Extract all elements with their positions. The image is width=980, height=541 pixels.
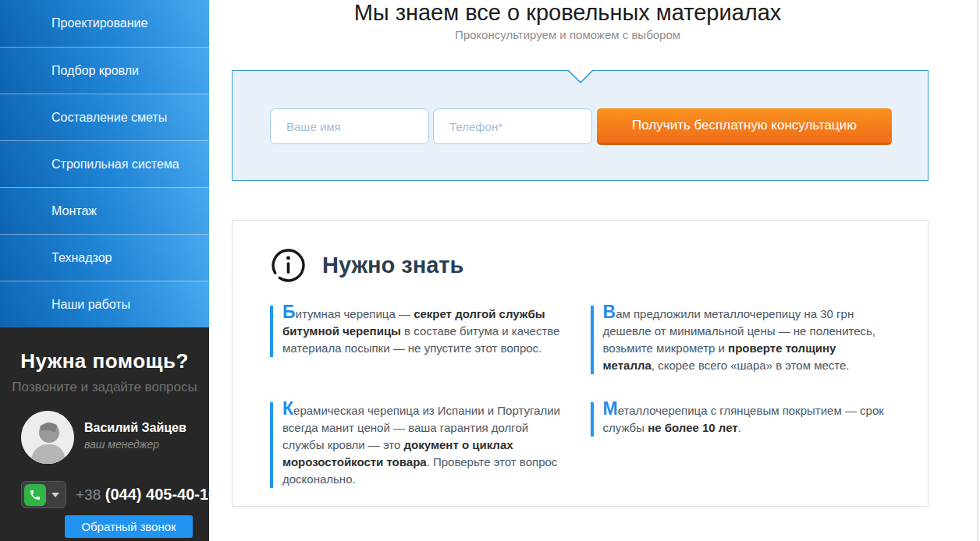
manager-photo <box>21 411 74 464</box>
callback-button[interactable]: Обратный звонок <box>65 515 193 538</box>
help-subtitle: Позвоните и задайте вопросы <box>0 380 209 395</box>
main-content: Мы знаем все о кровельных материалах Про… <box>209 0 978 541</box>
help-title: Нужна помощь? <box>0 349 209 373</box>
info-card: Нужно знать Битумная черепица — секрет д… <box>232 220 929 507</box>
sidebar: Проектирование Подбор кровли Составление… <box>0 0 209 541</box>
menu-item-label: Стропильная система <box>51 157 179 171</box>
form-notch <box>567 70 594 84</box>
info-paragraph: Битумная черепица — секрет долгой службы… <box>270 306 569 357</box>
manager-avatar <box>21 411 74 464</box>
sidebar-item-our-works[interactable]: Наши работы <box>0 281 209 327</box>
phone-icon <box>24 484 46 506</box>
page-title: Мы знаем все о кровельных материалах <box>209 0 926 26</box>
sidebar-item-montage[interactable]: Монтаж <box>0 187 209 234</box>
info-icon <box>270 247 307 284</box>
menu-item-label: Наши работы <box>51 298 130 312</box>
sidebar-item-design[interactable]: Проектирование <box>0 0 209 47</box>
help-panel: Нужна помощь? Позвоните и задайте вопрос… <box>0 327 209 538</box>
phone-digits: (044) 405-40-10 <box>105 486 217 503</box>
phone-input[interactable] <box>433 108 592 144</box>
info-title: Нужно знать <box>322 253 463 278</box>
sidebar-item-roof-selection[interactable]: Подбор кровли <box>0 47 209 94</box>
manager-card: Василий Зайцев ваш менеджер <box>21 411 209 464</box>
info-paragraph: Вам предложили металлочерепицу на 30 грн… <box>591 306 889 374</box>
consultation-form: Получить бесплатную консультацию <box>232 70 929 181</box>
info-paragraph: Керамическая черепица из Испании и Порту… <box>270 402 569 488</box>
menu-item-label: Составление сметы <box>51 111 167 125</box>
name-input[interactable] <box>270 108 429 144</box>
caret-down-icon <box>51 493 59 497</box>
menu-item-label: Монтаж <box>51 204 97 218</box>
info-header: Нужно знать <box>270 247 928 284</box>
menu-item-label: Технадзор <box>51 251 112 265</box>
info-paragraph: Металлочерепица с глянцевым покрытием — … <box>591 402 889 437</box>
page-subtitle: Проконсультируем и поможем с выбором <box>209 28 926 41</box>
info-grid: Битумная черепица — секрет долгой службы… <box>270 306 889 488</box>
main-menu: Проектирование Подбор кровли Составление… <box>0 0 209 327</box>
menu-item-label: Проектирование <box>51 16 147 30</box>
get-consultation-button[interactable]: Получить бесплатную консультацию <box>597 108 892 145</box>
page: { "sidebar": { "menu": [ {"label": "Прое… <box>0 0 980 541</box>
phone-country-dropdown[interactable] <box>21 481 66 508</box>
manager-role: ваш менеджер <box>84 438 186 451</box>
menu-item-label: Подбор кровли <box>51 64 139 78</box>
phone-number[interactable]: +38 (044) 405-40-10 <box>76 486 217 504</box>
sidebar-item-estimate[interactable]: Составление сметы <box>0 94 209 140</box>
sidebar-item-tech-supervision[interactable]: Технадзор <box>0 234 209 281</box>
phone-prefix: +38 <box>76 486 101 503</box>
manager-meta: Василий Зайцев ваш менеджер <box>84 411 186 464</box>
manager-name: Василий Зайцев <box>84 421 186 435</box>
phone-row: +38 (044) 405-40-10 <box>21 481 209 508</box>
sidebar-item-rafter-system[interactable]: Стропильная система <box>0 140 209 187</box>
